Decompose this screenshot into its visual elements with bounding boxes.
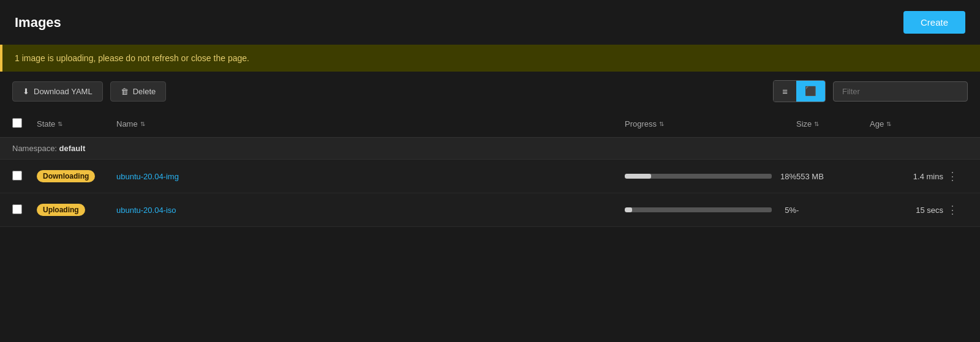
progress-bar-fill <box>625 207 632 212</box>
table-row: Downloading ubuntu-20.04-img 18% 553 MB … <box>0 160 980 193</box>
more-actions-cell: ⋮ <box>943 202 968 218</box>
age-column-header[interactable]: Age ⇅ <box>870 119 943 128</box>
state-cell: Downloading <box>37 170 116 182</box>
view-toggle: ≡ ⬛ <box>773 80 826 102</box>
name-column-header[interactable]: Name ⇅ <box>116 119 625 128</box>
row-checkbox-cell <box>12 171 37 182</box>
table-row: Uploading ubuntu-20.04-iso 5% - 15 secs … <box>0 193 980 227</box>
row-checkbox[interactable] <box>12 204 22 214</box>
state-cell: Uploading <box>37 204 116 216</box>
size-cell: 553 MB <box>796 172 870 181</box>
filter-input[interactable] <box>833 81 968 102</box>
progress-bar-fill <box>625 174 651 179</box>
progress-bar <box>625 174 772 179</box>
download-yaml-label: Download YAML <box>34 87 92 96</box>
progress-bar <box>625 207 772 212</box>
more-actions-button[interactable]: ⋮ <box>943 168 962 184</box>
state-sort-icon: ⇅ <box>58 121 62 127</box>
page-title: Images <box>15 15 61 31</box>
image-name-link[interactable]: ubuntu-20.04-img <box>116 172 179 181</box>
size-column-header[interactable]: Size ⇅ <box>796 119 870 128</box>
status-badge: Uploading <box>37 204 85 216</box>
age-sort-icon: ⇅ <box>886 121 891 127</box>
list-view-button[interactable]: ≡ <box>774 81 796 102</box>
state-column-header[interactable]: State ⇅ <box>37 119 116 128</box>
download-icon: ⬇ <box>23 87 29 96</box>
age-cell: 1.4 mins <box>870 172 943 181</box>
table-header: State ⇅ Name ⇅ Progress ⇅ Size ⇅ Age ⇅ <box>0 111 980 138</box>
delete-label: Delete <box>133 87 156 96</box>
namespace-value: default <box>59 144 86 153</box>
namespace-label: Namespace: <box>12 144 57 153</box>
size-cell: - <box>796 206 870 215</box>
page-header: Images Create <box>0 0 980 45</box>
row-checkbox[interactable] <box>12 171 22 180</box>
grid-icon: ⬛ <box>805 86 816 96</box>
download-yaml-button[interactable]: ⬇ Download YAML <box>12 81 103 102</box>
delete-button[interactable]: 🗑 Delete <box>110 81 167 102</box>
create-button[interactable]: Create <box>903 11 965 34</box>
list-icon: ≡ <box>782 86 788 97</box>
status-badge: Downloading <box>37 170 95 182</box>
namespace-row: Namespace: default <box>0 138 980 160</box>
name-sort-icon: ⇅ <box>140 121 145 127</box>
more-actions-cell: ⋮ <box>943 168 968 184</box>
progress-column-header[interactable]: Progress ⇅ <box>625 119 796 128</box>
name-cell: ubuntu-20.04-img <box>116 171 625 181</box>
select-all-checkbox[interactable] <box>12 118 22 128</box>
progress-sort-icon: ⇅ <box>659 121 664 127</box>
progress-cell: 18% <box>625 172 796 181</box>
name-cell: ubuntu-20.04-iso <box>116 205 625 215</box>
toolbar: ⬇ Download YAML 🗑 Delete ≡ ⬛ <box>0 72 980 111</box>
progress-percent: 5% <box>778 206 796 215</box>
age-cell: 15 secs <box>870 206 943 215</box>
image-name-link[interactable]: ubuntu-20.04-iso <box>116 206 176 215</box>
warning-banner: 1 image is uploading, please do not refr… <box>0 45 980 72</box>
more-actions-button[interactable]: ⋮ <box>943 202 962 218</box>
select-all-checkbox-cell <box>12 118 37 130</box>
trash-icon: 🗑 <box>121 87 129 96</box>
progress-percent: 18% <box>778 172 796 181</box>
warning-message: 1 image is uploading, please do not refr… <box>15 53 249 63</box>
grid-view-button[interactable]: ⬛ <box>796 81 825 102</box>
images-table: State ⇅ Name ⇅ Progress ⇅ Size ⇅ Age ⇅ N… <box>0 111 980 227</box>
progress-cell: 5% <box>625 206 796 215</box>
size-sort-icon: ⇅ <box>814 121 819 127</box>
row-checkbox-cell <box>12 204 37 216</box>
